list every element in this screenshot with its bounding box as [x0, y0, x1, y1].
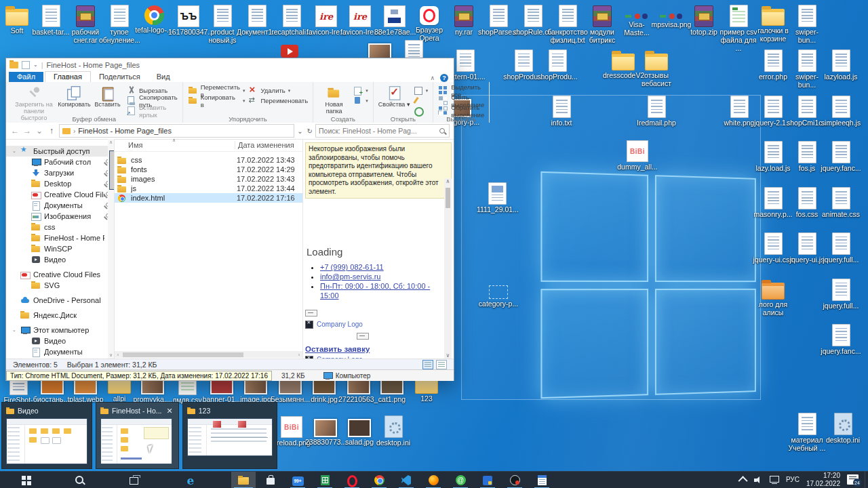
preview-link[interactable]: Пн-Пт: 09:00 - 18:00, Сб: 10:00 - 15:00 — [320, 282, 430, 299]
desktop-icon[interactable]: lazyload.js — [821, 49, 861, 81]
recent-locations-caret[interactable]: ⌄ — [35, 126, 44, 136]
scrollbar-thumb[interactable] — [123, 352, 243, 357]
taskbar-preview-card[interactable]: Видео — [1, 402, 92, 469]
preview-link[interactable]: Оставить заявку — [305, 345, 444, 353]
desktop-icon[interactable] — [269, 39, 310, 58]
scrollbar-thumb[interactable] — [446, 188, 450, 208]
start-button[interactable] — [16, 472, 37, 488]
ribbon-button-easyaccess[interactable]: ▾ — [353, 96, 368, 105]
sidebar-item-Быстрый доступ[interactable]: ⌄Быстрый доступ — [6, 146, 114, 157]
desktop-icon[interactable]: Iredmail.php — [636, 95, 677, 127]
sidebar-item-Рабочий стол[interactable]: Рабочий стол — [6, 157, 114, 167]
window-thumbnail[interactable] — [6, 418, 87, 464]
quick-access-toolbar-icon[interactable] — [22, 61, 30, 69]
sidebar-item-OneDrive - Personal[interactable]: OneDrive - Personal — [6, 295, 114, 306]
window-thumbnail[interactable] — [187, 418, 273, 456]
firefox-browser[interactable] — [423, 472, 443, 488]
scroll-down-icon[interactable]: ∨ — [444, 352, 452, 359]
table-row[interactable]: js17.02.2022 13:44 — [115, 184, 302, 193]
quick-access-customize-caret[interactable]: ⌄ — [33, 62, 38, 68]
desktop-icon[interactable]: jquery.full... — [821, 232, 861, 264]
desktop-icon[interactable]: лого для алисы — [753, 278, 793, 317]
help-icon[interactable]: ? — [440, 74, 448, 82]
tab-Главная[interactable]: Главная — [45, 71, 91, 82]
address-dropdown-caret[interactable]: ⌄ — [297, 127, 302, 135]
vs-code[interactable] — [396, 472, 416, 488]
details-view-button[interactable] — [422, 360, 433, 369]
ribbon-button-delete[interactable]: Удалить▾ — [248, 86, 308, 95]
desktop-icon[interactable]: swiper-bun... — [787, 4, 827, 45]
thumbnails-view-button[interactable] — [436, 360, 447, 369]
sidebar-item-SVG[interactable]: SVG — [6, 280, 114, 291]
refresh-icon[interactable]: ↻ — [307, 127, 313, 135]
edge[interactable]: e — [180, 472, 201, 488]
desktop-icon[interactable]: info.txt — [541, 95, 582, 127]
task-view-button[interactable] — [124, 472, 144, 488]
desktop-icon[interactable]: category-p... — [478, 279, 519, 308]
expander-icon[interactable]: ⌄ — [12, 148, 17, 154]
tab-Вид[interactable]: Вид — [149, 72, 178, 82]
ribbon-button-history[interactable] — [413, 106, 429, 115]
table-row[interactable]: images17.02.2022 13:43 — [115, 174, 302, 184]
scroll-right-icon[interactable]: › — [296, 352, 302, 357]
sidebar-item-css[interactable]: css — [6, 222, 114, 232]
window-thumbnail[interactable] — [100, 418, 172, 464]
text-editor[interactable] — [532, 472, 552, 488]
desktop-icon[interactable]: animate.css — [821, 186, 861, 219]
ribbon-button-shortcut[interactable]: Вставить ярлык — [126, 106, 178, 115]
preview-scrollbar[interactable]: ∧ ∨ — [444, 178, 452, 359]
taskbar[interactable]: e99+@ — [0, 471, 868, 488]
title-bar[interactable]: ⌄ | FineHost - Home Page_files — [6, 58, 454, 71]
network-icon[interactable] — [770, 476, 779, 483]
desktop-icon[interactable]: 1111_29.01... — [477, 182, 517, 214]
sidebar-item-Этот компьютер[interactable]: ⌄Этот компьютер — [6, 325, 114, 336]
show-desktop-button[interactable] — [865, 471, 868, 488]
horizontal-scrollbar[interactable]: ‹ › — [115, 351, 302, 358]
forward-button[interactable]: → — [22, 126, 32, 136]
desktop-icon[interactable]: материал Учебный ... — [787, 412, 827, 453]
ribbon-button-rename[interactable]: Переименовать — [248, 96, 308, 105]
up-button[interactable]: ↑ — [47, 126, 56, 136]
desktop-icon[interactable]: shopProdu... — [537, 49, 578, 81]
opera-browser[interactable] — [342, 472, 362, 488]
expander-icon[interactable]: ⌄ — [12, 327, 17, 333]
sidebar-item-Видео[interactable]: Видео — [6, 254, 114, 265]
sidebar-item-FineHost - Home Page_files[interactable]: FineHost - Home Page_files — [6, 232, 114, 243]
chrome-browser[interactable] — [369, 472, 389, 488]
table-row[interactable]: css17.02.2022 13:43 — [115, 155, 302, 165]
ribbon-button-copyto[interactable]: Копировать в▾ — [188, 96, 245, 105]
desktop-icon[interactable]: jquery.fanc... — [821, 323, 861, 356]
file-explorer[interactable] — [231, 472, 256, 488]
desktop-icon[interactable]: BiBidummy_all... — [617, 139, 658, 171]
winscp[interactable] — [477, 472, 498, 488]
ribbon-button-edit[interactable] — [413, 96, 429, 105]
volume-icon[interactable] — [754, 476, 763, 484]
sidebar-item-WinSCP[interactable]: WinSCP — [6, 243, 114, 254]
search-button[interactable] — [70, 472, 90, 488]
explorer-window[interactable]: ⌄ | FineHost - Home Page_files ФайлГлавн… — [5, 58, 454, 381]
sidebar-item-Документы[interactable]: Документы — [6, 346, 114, 357]
sidebar-item-Creative Cloud Files[interactable]: Creative Cloud Files — [6, 189, 114, 200]
sidebar-item-Видео[interactable]: Видео — [6, 336, 114, 346]
desktop-icon[interactable]: jquery.fanc... — [821, 140, 861, 173]
tab-Файл[interactable]: Файл — [9, 72, 43, 82]
ribbon-button-open[interactable]: ▾ — [413, 86, 429, 95]
microsoft-store[interactable] — [260, 472, 281, 488]
back-button[interactable]: ← — [10, 126, 20, 136]
obs-studio[interactable] — [505, 472, 525, 488]
spreadsheet-app[interactable] — [315, 472, 335, 488]
scroll-up-icon[interactable]: ∧ — [108, 140, 114, 145]
sidebar-item-Яндекс.Диск[interactable]: Яндекс.Диск — [6, 310, 114, 321]
scroll-left-icon[interactable]: ‹ — [115, 352, 121, 357]
language-indicator[interactable]: РУС — [786, 476, 800, 483]
sidebar-item-Изображения[interactable]: Изображения — [6, 211, 114, 222]
desktop-icon[interactable]: отзывы вебасист — [636, 49, 677, 88]
scrollbar-thumb[interactable] — [109, 150, 115, 190]
action-center-icon[interactable]: 24 — [847, 474, 859, 485]
desktop-icon[interactable]: desktop.ini — [373, 415, 414, 447]
sidebar-item-Creative Cloud Files[interactable]: Creative Cloud Files — [6, 269, 114, 280]
mail-client[interactable]: @ — [450, 472, 471, 488]
messenger[interactable]: 99+ — [288, 472, 308, 488]
search-input[interactable]: Поиск: FineHost - Home Pag... — [315, 124, 450, 138]
clock[interactable]: 17:20 17.02.2022 — [806, 472, 840, 487]
